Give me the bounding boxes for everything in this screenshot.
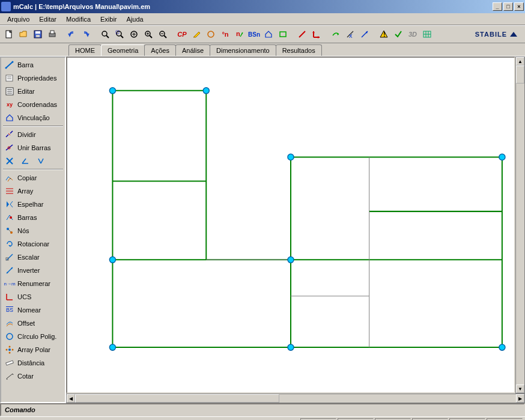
arrow-green-icon[interactable] [329, 28, 342, 41]
check-icon[interactable] [392, 28, 405, 41]
horizontal-scrollbar[interactable]: ◀ ▶ [66, 394, 525, 403]
line-red-icon[interactable] [296, 28, 309, 41]
tab-dimensionamento[interactable]: Dimensionamento [210, 44, 276, 56]
tab-geometria[interactable]: Geometria [101, 44, 145, 56]
pencil-icon[interactable] [190, 28, 203, 41]
sidebar-item-vinculacao[interactable]: Vinculação [2, 111, 64, 124]
axis-red-icon[interactable] [310, 28, 323, 41]
save-icon[interactable] [31, 28, 44, 41]
svg-point-70 [7, 333, 13, 339]
scroll-right-icon[interactable]: ▶ [516, 394, 524, 403]
sidebar-item-dividir[interactable]: Dividir [2, 128, 64, 141]
svg-point-61 [10, 216, 12, 219]
window-title: mCalc | E:\temp\Arquivos Manual\pavim.em [13, 3, 491, 10]
command-line[interactable]: Comando [0, 403, 525, 416]
n-arrow-icon[interactable]: n [233, 28, 246, 41]
angle-tool-icon[interactable] [20, 156, 31, 166]
sidebar-item-rotacionar[interactable]: Rotacionar [2, 237, 64, 251]
sidebar-item-renumerar[interactable]: n→mRenumerar [2, 277, 64, 290]
sidebar-item-nos[interactable]: Nós [2, 224, 64, 237]
sidebar-item-cotar[interactable]: Cotar [2, 370, 64, 383]
sidebar-item-editar[interactable]: Editar [2, 85, 64, 98]
measure-icon[interactable]: x [344, 28, 357, 41]
bsn-button[interactable]: BSn [247, 28, 261, 41]
brand-logo: STABILE [475, 31, 523, 38]
arrow-blue-icon[interactable] [358, 28, 371, 41]
v-tool-icon[interactable] [35, 156, 46, 166]
open-folder-icon[interactable] [17, 28, 30, 41]
sidebar-item-circulo-polig[interactable]: Círculo Polig. [2, 330, 64, 343]
sidebar-item-propriedades[interactable]: Propriedades [2, 72, 64, 85]
zoom-extents-icon[interactable] [113, 28, 126, 41]
scroll-thumb[interactable] [75, 394, 279, 403]
menu-exibir[interactable]: Exibir [96, 14, 122, 24]
sidebar-item-barras[interactable]: Barras [2, 211, 64, 224]
close-button[interactable]: × [514, 2, 524, 11]
menu-editar[interactable]: Editar [34, 14, 61, 24]
svg-point-98 [499, 154, 505, 160]
scroll-thumb[interactable] [516, 65, 524, 84]
tab-analise[interactable]: Análise [175, 44, 210, 56]
svg-line-7 [106, 35, 109, 38]
status-rect[interactable]: RECT [449, 418, 485, 421]
circle-icon[interactable] [204, 28, 217, 41]
maximize-button[interactable]: □ [503, 2, 513, 11]
status-bar: RECT [0, 416, 525, 420]
grid-icon[interactable] [420, 28, 434, 41]
3d-icon[interactable]: 3D [406, 28, 419, 41]
svg-point-74 [9, 346, 11, 348]
zoom-out-icon[interactable] [156, 28, 169, 41]
zoom-in-icon[interactable] [142, 28, 155, 41]
tab-acoes[interactable]: Ações [144, 44, 176, 56]
scroll-down-icon[interactable]: ▼ [516, 385, 524, 393]
zoom-window-icon[interactable] [99, 28, 112, 41]
svg-point-96 [109, 344, 115, 350]
sidebar-item-nomear[interactable]: BSNomear [2, 303, 64, 317]
title-bar: mCalc | E:\temp\Arquivos Manual\pavim.em… [0, 0, 525, 13]
cp-button[interactable]: CP [175, 28, 189, 41]
drawing-canvas[interactable] [66, 56, 515, 394]
menu-arquivo[interactable]: Arquivo [2, 14, 34, 24]
properties-icon [5, 73, 14, 83]
status-pane [412, 418, 448, 421]
x-tool-icon[interactable] [4, 156, 15, 166]
status-pane [300, 418, 336, 421]
sidebar-item-espelhar[interactable]: Espelhar [2, 198, 64, 211]
svg-point-99 [288, 257, 294, 263]
sidebar-separator [3, 169, 63, 170]
minimize-button[interactable]: _ [493, 2, 502, 11]
rect-icon[interactable] [276, 28, 290, 41]
deg-n-icon[interactable]: °n [219, 28, 232, 41]
sidebar-item-inverter[interactable]: Inverter [2, 264, 64, 277]
nodes-icon [5, 226, 14, 236]
sidebar-item-ucs[interactable]: UCS [2, 290, 64, 303]
svg-point-36 [5, 67, 7, 69]
sidebar-item-barra[interactable]: Barra [2, 58, 64, 72]
zoom-all-icon[interactable] [127, 28, 141, 41]
menu-modifica[interactable]: Modifica [61, 14, 96, 24]
sidebar-item-array[interactable]: Array [2, 184, 64, 198]
menu-ajuda[interactable]: Ajuda [122, 14, 148, 24]
sidebar-item-distancia[interactable]: Distância [2, 356, 64, 370]
vertical-scrollbar[interactable]: ▲ ▼ [515, 56, 525, 394]
sidebar-item-offset[interactable]: Offset [2, 317, 64, 330]
undo-icon[interactable] [65, 28, 78, 41]
scroll-up-icon[interactable]: ▲ [516, 57, 524, 65]
sidebar-item-array-polar[interactable]: Array Polar [2, 343, 64, 356]
svg-line-24 [299, 31, 305, 37]
sidebar-item-coordenadas[interactable]: xyCoordenadas [2, 98, 64, 111]
tab-home[interactable]: HOME [68, 44, 102, 56]
new-file-icon[interactable] [2, 28, 16, 41]
edit-list-icon [5, 87, 14, 96]
warning-icon[interactable]: ! [377, 28, 390, 41]
sidebar-item-escalar[interactable]: Escalar [2, 251, 64, 264]
sidebar-item-copiar[interactable]: Copiar [2, 171, 64, 184]
scroll-left-icon[interactable]: ◀ [67, 394, 75, 403]
tab-resultados[interactable]: Resultados [276, 44, 322, 56]
sidebar-item-unir-barras[interactable]: Unir Barras [2, 141, 64, 154]
redo-icon[interactable] [79, 28, 93, 41]
print-icon[interactable] [46, 28, 59, 41]
join-icon [5, 143, 14, 153]
house-icon[interactable] [262, 28, 275, 41]
status-pane [487, 418, 523, 421]
